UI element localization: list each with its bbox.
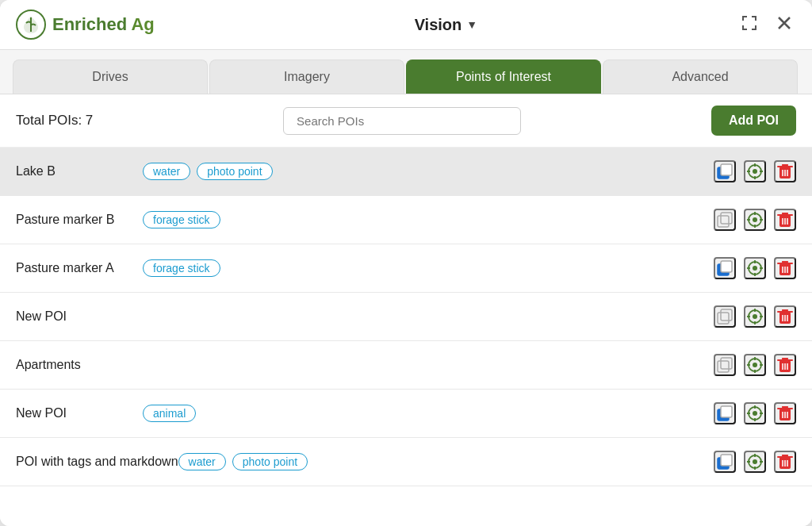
- copy-button[interactable]: [714, 209, 736, 231]
- poi-tag: photo point: [197, 163, 272, 180]
- svg-point-52: [753, 363, 757, 367]
- locate-button[interactable]: [744, 354, 766, 376]
- header: Enriched Ag Vision ▼: [0, 0, 812, 50]
- delete-button[interactable]: [774, 354, 796, 376]
- tab-advanced[interactable]: Advanced: [603, 60, 798, 94]
- tab-points-of-interest[interactable]: Points of Interest: [406, 60, 601, 94]
- svg-point-76: [753, 459, 757, 464]
- poi-actions: [714, 354, 796, 376]
- maximize-button[interactable]: [737, 13, 761, 37]
- poi-tag: water: [143, 163, 190, 180]
- poi-actions: [714, 160, 796, 182]
- vision-menu[interactable]: Vision ▼: [415, 16, 478, 34]
- poi-tags: waterphoto point: [143, 163, 714, 180]
- svg-rect-50: [721, 358, 732, 369]
- poi-row: Apartments: [0, 341, 812, 390]
- logo-icon: [16, 10, 46, 40]
- svg-rect-37: [718, 313, 729, 324]
- chevron-down-icon: ▼: [466, 18, 477, 31]
- svg-rect-49: [718, 361, 729, 372]
- poi-row: Pasture marker Bforage stick: [0, 196, 812, 244]
- svg-point-28: [753, 266, 757, 271]
- copy-button[interactable]: [714, 305, 736, 328]
- toolbar: Total POIs: 7 Add POI: [0, 94, 812, 148]
- svg-rect-13: [718, 216, 729, 227]
- locate-button[interactable]: [744, 305, 766, 328]
- logo: Enriched Ag: [16, 10, 155, 40]
- poi-tags: forage stick: [143, 259, 714, 277]
- svg-point-16: [753, 217, 757, 222]
- vision-label: Vision: [415, 16, 462, 34]
- poi-actions: [714, 209, 796, 231]
- poi-tags: animal: [143, 405, 714, 422]
- poi-row: Pasture marker Aforage stick: [0, 244, 812, 293]
- poi-tag: forage stick: [143, 259, 220, 277]
- copy-button[interactable]: [714, 257, 736, 279]
- svg-rect-14: [721, 213, 732, 224]
- poi-name: Lake B: [16, 164, 143, 179]
- poi-name: Pasture marker B: [16, 213, 143, 227]
- poi-tag: forage stick: [143, 211, 220, 228]
- tab-drives[interactable]: Drives: [13, 60, 208, 94]
- delete-button[interactable]: [774, 257, 796, 279]
- poi-name: Pasture marker A: [16, 261, 143, 275]
- svg-point-64: [753, 411, 757, 416]
- poi-row: New POI: [0, 293, 812, 341]
- poi-tag: photo point: [232, 453, 308, 470]
- close-button[interactable]: [772, 13, 796, 37]
- app-window: Enriched Ag Vision ▼ Drives Imagery Poin…: [0, 0, 812, 526]
- copy-button[interactable]: [714, 451, 736, 473]
- total-pois-label: Total POIs: 7: [16, 113, 93, 129]
- locate-button[interactable]: [744, 402, 766, 424]
- svg-rect-26: [721, 261, 732, 272]
- svg-rect-2: [721, 164, 732, 175]
- tab-bar: Drives Imagery Points of Interest Advanc…: [0, 50, 812, 94]
- poi-actions: [714, 257, 796, 279]
- delete-button[interactable]: [774, 402, 796, 424]
- poi-actions: [714, 451, 796, 473]
- poi-actions: [714, 305, 796, 328]
- locate-button[interactable]: [744, 257, 766, 279]
- svg-rect-74: [721, 455, 732, 466]
- locate-button[interactable]: [744, 451, 766, 473]
- poi-name: New POI: [16, 406, 143, 420]
- copy-button[interactable]: [714, 160, 736, 182]
- svg-rect-38: [721, 309, 732, 321]
- poi-list: Lake Bwaterphoto point Pasture marker Bf…: [0, 148, 812, 526]
- delete-button[interactable]: [774, 451, 796, 473]
- locate-button[interactable]: [744, 209, 766, 231]
- poi-name: Apartments: [16, 358, 143, 372]
- poi-tags: forage stick: [143, 211, 714, 228]
- poi-tags: waterphoto point: [178, 453, 714, 470]
- poi-name: POI with tags and markdown: [16, 455, 178, 469]
- poi-tag: animal: [143, 405, 196, 422]
- svg-point-40: [753, 314, 757, 319]
- poi-row: Lake Bwaterphoto point: [0, 148, 812, 196]
- header-actions: [737, 13, 796, 37]
- delete-button[interactable]: [774, 160, 796, 182]
- poi-row: POI with tags and markdownwaterphoto poi…: [0, 438, 812, 486]
- delete-button[interactable]: [774, 305, 796, 328]
- svg-rect-62: [721, 406, 732, 417]
- poi-name: New POI: [16, 309, 143, 324]
- poi-actions: [714, 402, 796, 424]
- add-poi-button[interactable]: Add POI: [711, 106, 796, 136]
- poi-row: New POIanimal: [0, 390, 812, 438]
- tab-imagery[interactable]: Imagery: [209, 60, 404, 94]
- svg-point-4: [753, 169, 757, 174]
- copy-button[interactable]: [714, 354, 736, 376]
- copy-button[interactable]: [714, 402, 736, 424]
- poi-tag: water: [178, 453, 226, 470]
- app-name: Enriched Ag: [52, 14, 155, 35]
- delete-button[interactable]: [774, 209, 796, 231]
- locate-button[interactable]: [744, 160, 766, 182]
- search-input[interactable]: [283, 107, 521, 135]
